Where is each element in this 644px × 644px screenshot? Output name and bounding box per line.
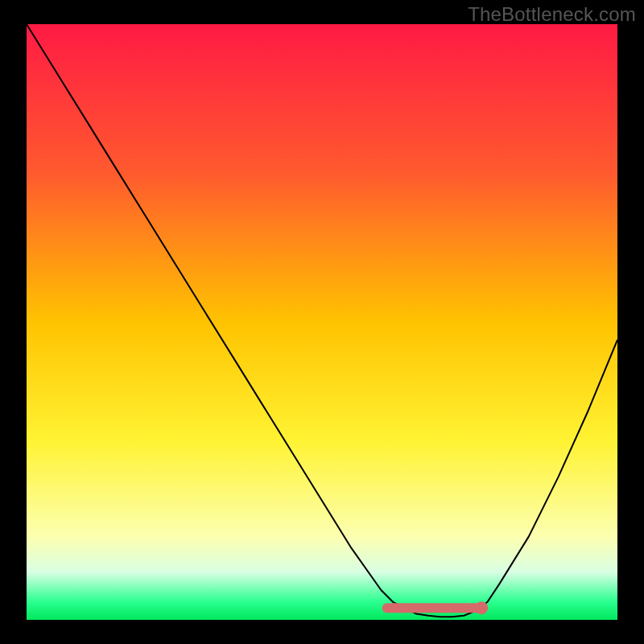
bottleneck-chart: TheBottleneck.com [0,0,644,644]
optimal-zone-dot [475,601,488,614]
watermark-text: TheBottleneck.com [468,3,636,26]
chart-canvas [0,0,644,644]
plot-gradient-bg [27,24,617,620]
